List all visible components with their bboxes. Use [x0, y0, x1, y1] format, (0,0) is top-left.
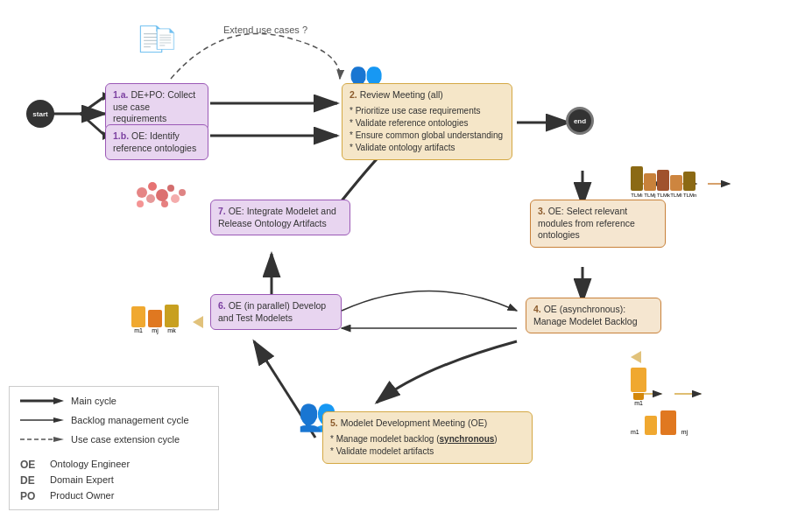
module-label-2: TLMj: [644, 193, 656, 198]
module-icon-2: [644, 173, 656, 191]
abbr-po-code: PO: [20, 490, 45, 502]
box-6-label: OE (in parallel) Develop and Test Modele…: [218, 300, 326, 323]
module-labels: TLMi TLMj TLMk TLMl TLMn: [631, 193, 695, 198]
svg-point-33: [137, 200, 144, 207]
box-4-step: 4.: [533, 304, 541, 314]
svg-line-14: [81, 114, 105, 136]
svg-point-26: [148, 182, 157, 191]
box-3-step: 3.: [538, 206, 546, 216]
box-1b: 1.b. OE: Identify reference ontologies: [105, 124, 208, 160]
dots-svg: [131, 171, 193, 214]
box-7-integrate-modelet: 7. OE: Integrate Modelet and Release Ont…: [210, 200, 350, 235]
box-2-review-meeting: 2. Review Meeting (all) Prioritize use c…: [342, 83, 512, 160]
svg-point-30: [171, 194, 180, 203]
extend-use-cases-label: Extend use cases ?: [223, 25, 307, 35]
modelet-mk: mk: [167, 327, 175, 333]
box-3-label: OE: Select relevant modules from referen…: [538, 206, 635, 240]
legend: Main cycle Backlog management cycle Use …: [9, 386, 219, 510]
box-2-bullets: Prioritize use case requirements Validat…: [350, 105, 505, 154]
box-2-label: Review Meeting (all): [357, 89, 443, 100]
svg-point-29: [167, 185, 174, 192]
abbr-oe-code: OE: [20, 459, 45, 471]
box-1a-step: 1.a.: [113, 89, 129, 100]
abbr-de-label: Domain Expert: [50, 474, 114, 485]
box-5-step: 5.: [330, 417, 338, 428]
box-7-label: OE: Integrate Modelet and Release Ontolo…: [218, 206, 336, 228]
abbr-de: DE Domain Expert: [20, 474, 208, 487]
dashed-arrow-svg: [20, 432, 64, 446]
module-icon-4: [670, 175, 682, 191]
usecase-cycle-label: Use case extension cycle: [71, 434, 180, 445]
main-cycle-label: Main cycle: [71, 396, 117, 406]
start-node: start: [26, 100, 54, 128]
start-label: start: [32, 110, 47, 118]
backlog-cycle-label: Backlog management cycle: [71, 415, 189, 425]
legend-usecase-cycle: Use case extension cycle: [20, 432, 208, 446]
svg-point-32: [179, 189, 186, 196]
modelet-backlog-icons: m1 m1 mj: [631, 368, 688, 435]
svg-marker-37: [53, 417, 64, 423]
modelet-mj: mj: [152, 327, 158, 333]
abbr-oe: OE Ontology Engineer: [20, 459, 208, 471]
box-5-bullets: Manage modelet backlog (synchronous) Val…: [330, 433, 525, 458]
abbr-oe-label: Ontology Engineer: [50, 459, 130, 469]
bullet-2: Validate reference ontologies: [350, 117, 505, 130]
box-5-label: Modelet Development Meeting (OE): [338, 417, 487, 428]
svg-point-28: [146, 194, 155, 203]
synchronous-text: synchronous: [440, 434, 495, 444]
abbr-de-code: DE: [20, 474, 45, 487]
bullet-4: Validate ontology artifacts: [350, 142, 505, 154]
document-icon-2: 📄: [153, 28, 177, 51]
svg-marker-24: [631, 351, 641, 363]
svg-point-25: [137, 187, 147, 198]
svg-point-27: [156, 189, 168, 201]
legend-main-cycle: Main cycle: [20, 394, 208, 408]
box-1b-step: 1.b.: [113, 130, 129, 141]
box-4-label: OE (asynchronous): Manage Modelet Backlo…: [533, 304, 638, 326]
bullet-3: Ensure common global understanding: [350, 130, 505, 142]
svg-marker-39: [53, 437, 64, 442]
dots-cluster: [131, 171, 193, 216]
box-5-bullet-2: Validate modelet artifacts: [330, 445, 525, 458]
svg-marker-23: [193, 316, 203, 328]
modelet-m1: m1: [134, 327, 143, 333]
module-label-3: TLMk: [657, 193, 669, 198]
module-icon-5: [683, 172, 695, 191]
box-6-develop-modelets: 6. OE (in parallel) Develop and Test Mod…: [210, 294, 342, 330]
module-icon-3: [657, 170, 669, 191]
module-label-5: TLMn: [683, 193, 695, 198]
module-icon-1: [631, 166, 643, 191]
end-label: end: [574, 117, 586, 125]
box-6-step: 6.: [218, 300, 226, 311]
module-label-4: TLMl: [670, 193, 682, 198]
abbr-po-label: Product Owner: [50, 490, 114, 501]
end-node: end: [566, 107, 594, 135]
svg-marker-35: [53, 397, 64, 404]
module-label-1: TLMi: [631, 193, 643, 198]
diagram-container: start end 1.a. DE+PO: Collect use case r…: [0, 0, 812, 519]
box-3-select-modules: 3. OE: Select relevant modules from refe…: [530, 200, 666, 248]
legend-backlog-cycle: Backlog management cycle: [20, 413, 208, 427]
main-cycle-arrow-svg: [20, 394, 64, 408]
backlog-cycle-arrow-svg: [20, 413, 64, 427]
bullet-1: Prioritize use case requirements: [350, 105, 505, 117]
abbr-po: PO Product Owner: [20, 490, 208, 502]
box-4-modelet-backlog: 4. OE (asynchronous): Manage Modelet Bac…: [526, 298, 661, 333]
svg-point-31: [161, 200, 168, 207]
box-2-step: 2.: [350, 89, 357, 100]
reference-module-icons: [631, 166, 695, 191]
box-5-bullet-1: Manage modelet backlog (synchronous): [330, 433, 525, 445]
modelet-items-left: m1 mj mk: [131, 305, 179, 333]
box-5-modelet-meeting: 5. Modelet Development Meeting (OE) Mana…: [322, 411, 533, 464]
svg-line-13: [81, 96, 105, 114]
box-7-step: 7.: [218, 206, 226, 216]
